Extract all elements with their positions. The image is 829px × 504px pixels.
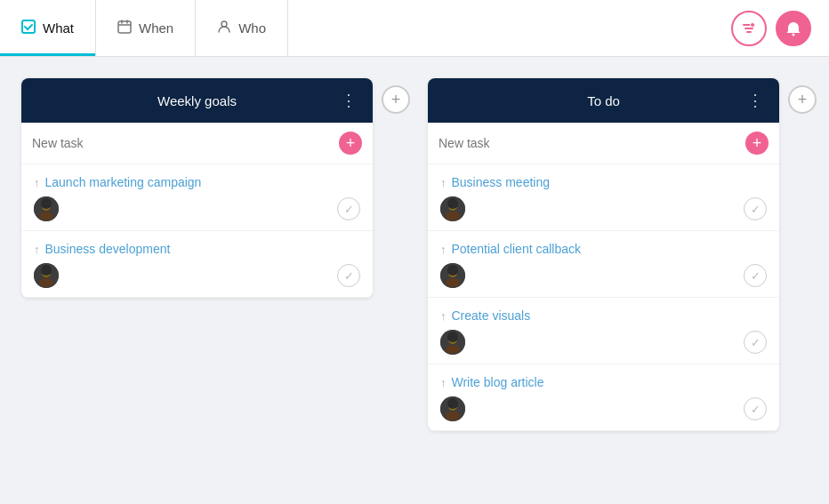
person-icon	[217, 20, 231, 37]
todo-add-task-btn[interactable]: +	[745, 132, 769, 155]
weekly-goals-wrapper: Weekly goals ⋮ + ↑ Launch marketing camp…	[21, 78, 410, 483]
svg-point-8	[41, 198, 52, 209]
task-avatar	[34, 196, 59, 221]
task-priority-arrow: ↑	[34, 176, 40, 189]
task-complete-btn[interactable]: ✓	[744, 264, 767, 287]
task-title[interactable]: Business meeting	[452, 175, 768, 189]
task-avatar	[440, 263, 465, 288]
task-title[interactable]: Business development	[45, 242, 361, 256]
task-avatar	[440, 196, 465, 221]
tab-what[interactable]: What	[0, 0, 96, 56]
svg-point-23	[446, 345, 460, 354]
task-business-development: ↑ Business development ✓	[21, 231, 373, 298]
svg-point-2	[221, 21, 227, 27]
task-priority-arrow: ↑	[440, 243, 447, 256]
svg-point-3	[751, 22, 755, 27]
tab-when[interactable]: When	[96, 0, 196, 56]
weekly-goals-new-task-input[interactable]	[32, 136, 339, 150]
header-actions	[731, 11, 829, 46]
svg-point-7	[39, 212, 53, 220]
task-title[interactable]: Potential client callback	[452, 242, 768, 256]
tab-who[interactable]: Who	[196, 0, 288, 56]
todo-new-task-input[interactable]	[439, 136, 745, 150]
task-avatar	[440, 330, 465, 355]
task-complete-btn[interactable]: ✓	[744, 197, 767, 220]
weekly-goals-new-task-row: +	[21, 123, 373, 164]
todo-title: To do	[460, 93, 747, 108]
task-launch-marketing: ↑ Launch marketing campaign ✓	[21, 164, 373, 231]
weekly-goals-header: Weekly goals ⋮	[21, 78, 373, 123]
app-header: What When Who	[0, 0, 829, 57]
tab-what-label: What	[43, 20, 74, 36]
task-priority-arrow: ↑	[440, 309, 447, 323]
svg-point-24	[447, 332, 458, 342]
weekly-goals-title: Weekly goals	[53, 93, 341, 108]
calendar-icon	[117, 20, 132, 37]
svg-point-16	[447, 198, 458, 209]
notification-button[interactable]	[776, 11, 811, 46]
task-avatar	[34, 263, 59, 288]
filter-button[interactable]	[731, 11, 767, 46]
check-icon	[21, 20, 36, 37]
weekly-goals-add-task-btn[interactable]: +	[339, 132, 362, 155]
weekly-goals-menu[interactable]: ⋮	[341, 91, 358, 110]
weekly-goals-column: Weekly goals ⋮ + ↑ Launch marketing camp…	[21, 78, 373, 298]
task-write-blog: ↑ Write blog article ✓	[428, 364, 779, 431]
tab-who-label: Who	[238, 20, 266, 36]
svg-point-15	[446, 212, 460, 220]
task-complete-btn[interactable]: ✓	[744, 397, 767, 420]
task-avatar	[440, 396, 465, 421]
task-business-meeting: ↑ Business meeting ✓	[428, 164, 779, 231]
todo-header: To do ⋮	[428, 78, 779, 123]
svg-point-19	[446, 278, 460, 287]
task-complete-btn[interactable]: ✓	[337, 264, 360, 287]
task-complete-btn[interactable]: ✓	[744, 331, 767, 354]
task-complete-btn[interactable]: ✓	[337, 197, 360, 220]
task-priority-arrow: ↑	[440, 176, 447, 189]
add-column-btn-1[interactable]: +	[382, 85, 410, 114]
svg-rect-1	[118, 21, 131, 33]
tab-when-label: When	[139, 20, 173, 36]
svg-point-20	[447, 265, 458, 276]
todo-column: To do ⋮ + ↑ Business meeting ✓	[428, 78, 779, 431]
todo-wrapper: To do ⋮ + ↑ Business meeting ✓	[428, 78, 817, 483]
svg-point-28	[447, 398, 458, 409]
svg-point-12	[41, 265, 52, 276]
add-column-btn-2[interactable]: +	[788, 85, 817, 114]
task-title[interactable]: Write blog article	[452, 375, 768, 389]
svg-point-27	[446, 412, 460, 420]
todo-new-task-row: +	[428, 123, 779, 164]
task-create-visuals: ↑ Create visuals ✓	[428, 298, 779, 364]
todo-menu[interactable]: ⋮	[747, 91, 765, 110]
task-potential-client: ↑ Potential client callback ✓	[428, 231, 779, 298]
task-title[interactable]: Launch marketing campaign	[45, 175, 361, 189]
svg-point-4	[793, 33, 795, 36]
task-priority-arrow: ↑	[440, 376, 447, 389]
task-priority-arrow: ↑	[34, 243, 40, 256]
svg-point-11	[39, 278, 53, 287]
main-content: Weekly goals ⋮ + ↑ Launch marketing camp…	[0, 57, 829, 504]
task-title[interactable]: Create visuals	[452, 308, 768, 323]
